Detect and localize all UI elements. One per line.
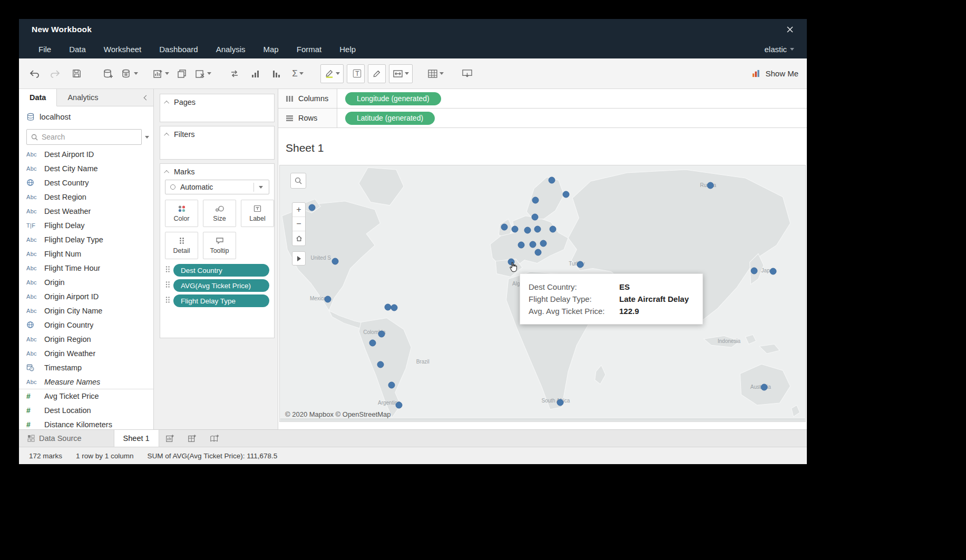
duplicate-button[interactable] (173, 64, 191, 83)
sort-descending-button[interactable] (268, 64, 286, 83)
map-mark[interactable] (770, 268, 777, 274)
field-origin[interactable]: AbcOrigin (19, 275, 153, 289)
map-attribution[interactable]: © 2020 Mapbox © OpenStreetMap (285, 410, 391, 418)
columns-shelf[interactable]: Columns Longitude (generated) (278, 89, 807, 109)
map-mark[interactable] (324, 296, 331, 302)
field-flight-time-hour[interactable]: AbcFlight Time Hour (19, 261, 153, 275)
tab-data[interactable]: Data (19, 89, 57, 106)
map-mark[interactable] (557, 399, 564, 406)
highlight-button[interactable] (320, 64, 344, 83)
map-mark[interactable] (534, 225, 541, 232)
map-mark[interactable] (378, 331, 385, 338)
map-mark[interactable] (540, 240, 547, 247)
rows-shelf[interactable]: Rows Latitude (generated) (278, 109, 807, 128)
field-dest-weather[interactable]: AbcDest Weather (19, 204, 153, 218)
map-controls-flyout-button[interactable] (292, 251, 306, 266)
save-button[interactable] (67, 64, 85, 83)
map-mark[interactable] (369, 340, 376, 347)
field-origin-country[interactable]: Origin Country (19, 318, 153, 332)
show-me-button[interactable]: Show Me (752, 69, 798, 78)
field-dest-country[interactable]: Dest Country (19, 175, 153, 190)
tab-analytics[interactable]: Analytics (57, 89, 109, 106)
presentation-mode-button[interactable] (458, 64, 476, 83)
rows-pill-latitude[interactable]: Latitude (generated) (345, 112, 435, 125)
sort-ascending-button[interactable] (247, 64, 265, 83)
menu-item-file[interactable]: File (38, 45, 51, 54)
field-flight-delay-type[interactable]: AbcFlight Delay Type (19, 232, 153, 247)
map-mark[interactable] (549, 176, 555, 183)
mark-type-selector[interactable]: Automatic (165, 180, 269, 194)
map-mark[interactable] (518, 241, 524, 248)
field-dest-city-name[interactable]: AbcDest City Name (19, 161, 153, 175)
field-flight-delay[interactable]: T|FFlight Delay (19, 218, 153, 232)
map-mark[interactable] (751, 267, 758, 274)
menu-item-analysis[interactable]: Analysis (216, 45, 246, 54)
map-mark[interactable] (577, 261, 584, 268)
view-options-caret-icon[interactable] (145, 136, 149, 139)
color-button[interactable]: Color (165, 200, 198, 227)
columns-pill-longitude[interactable]: Longitude (generated) (345, 92, 441, 105)
format-workbook-button[interactable] (368, 64, 386, 83)
zoom-in-button[interactable]: + (292, 203, 305, 217)
map-mark[interactable] (388, 381, 395, 388)
field-origin-city-name[interactable]: AbcOrigin City Name (19, 303, 153, 318)
totals-button[interactable]: Σ (289, 64, 307, 83)
map-mark[interactable] (524, 227, 531, 233)
field-dest-region[interactable]: AbcDest Region (19, 190, 153, 204)
map-mark[interactable] (396, 401, 403, 408)
field-origin-region[interactable]: AbcOrigin Region (19, 332, 153, 346)
map-mark[interactable] (391, 304, 398, 311)
undo-button[interactable] (25, 64, 43, 83)
marks-pill-flight-delay-type[interactable]: Flight Delay Type (173, 294, 269, 307)
menu-item-format[interactable]: Format (297, 45, 322, 54)
menu-item-data[interactable]: Data (69, 45, 86, 54)
map-mark[interactable] (532, 197, 539, 204)
map-search-button[interactable] (290, 173, 306, 189)
field-avg-ticket-price[interactable]: #Avg Ticket Price (19, 389, 153, 403)
map-mark[interactable] (308, 204, 315, 211)
field-dest-airport-id[interactable]: AbcDest Airport ID (19, 147, 153, 161)
new-dashboard-tab-button[interactable] (181, 430, 203, 447)
field-flight-num[interactable]: AbcFlight Num (19, 247, 153, 261)
cell-size-button[interactable] (426, 64, 444, 83)
fit-selector[interactable] (389, 64, 413, 83)
zoom-out-button[interactable]: − (292, 217, 305, 231)
clear-sheet-button[interactable] (194, 64, 212, 83)
sheet-1-tab[interactable]: Sheet 1 (114, 430, 159, 447)
map-mark[interactable] (501, 223, 508, 230)
field-measure-names[interactable]: AbcMeasure Names (19, 375, 153, 389)
map-mark[interactable] (761, 384, 768, 391)
detail-button[interactable]: Detail (165, 232, 198, 259)
field-distance-kilometers[interactable]: #Distance Kilometers (19, 417, 153, 429)
map-mark[interactable] (563, 191, 570, 198)
size-button[interactable]: Size (203, 200, 236, 227)
field-dest-location[interactable]: #Dest Location (19, 403, 153, 417)
collapse-panel-button[interactable] (139, 89, 153, 106)
tooltip-button[interactable]: Tooltip (203, 232, 236, 259)
field-origin-airport-id[interactable]: AbcOrigin Airport ID (19, 289, 153, 303)
field-timestamp[interactable]: Timestamp (19, 360, 153, 375)
close-icon[interactable] (786, 25, 794, 34)
pause-updates-button[interactable] (120, 64, 138, 83)
new-worksheet-button[interactable] (152, 64, 170, 83)
field-origin-weather[interactable]: AbcOrigin Weather (19, 346, 153, 360)
marks-pill-dest-country[interactable]: Dest Country (173, 264, 269, 277)
label-button[interactable]: Label (241, 200, 274, 227)
new-story-tab-button[interactable] (203, 430, 226, 447)
user-menu[interactable]: elastic (764, 45, 794, 54)
filters-card[interactable]: Filters (160, 126, 275, 160)
redo-button[interactable] (46, 64, 64, 83)
map-mark[interactable] (331, 258, 338, 264)
new-worksheet-tab-button[interactable] (159, 430, 181, 447)
menu-item-dashboard[interactable]: Dashboard (159, 45, 198, 54)
marks-pill-avg-avg-ticket-price-[interactable]: AVG(Avg Ticket Price) (173, 279, 269, 292)
new-data-source-button[interactable] (99, 64, 117, 83)
search-input[interactable] (42, 133, 137, 141)
data-source-tab[interactable]: Data Source (19, 430, 90, 447)
map-mark[interactable] (707, 182, 714, 189)
show-mark-labels-button[interactable]: T (347, 64, 365, 83)
pages-card[interactable]: Pages (160, 94, 275, 122)
map-mark[interactable] (377, 361, 384, 368)
menu-item-map[interactable]: Map (264, 45, 279, 54)
map-mark[interactable] (531, 213, 538, 220)
